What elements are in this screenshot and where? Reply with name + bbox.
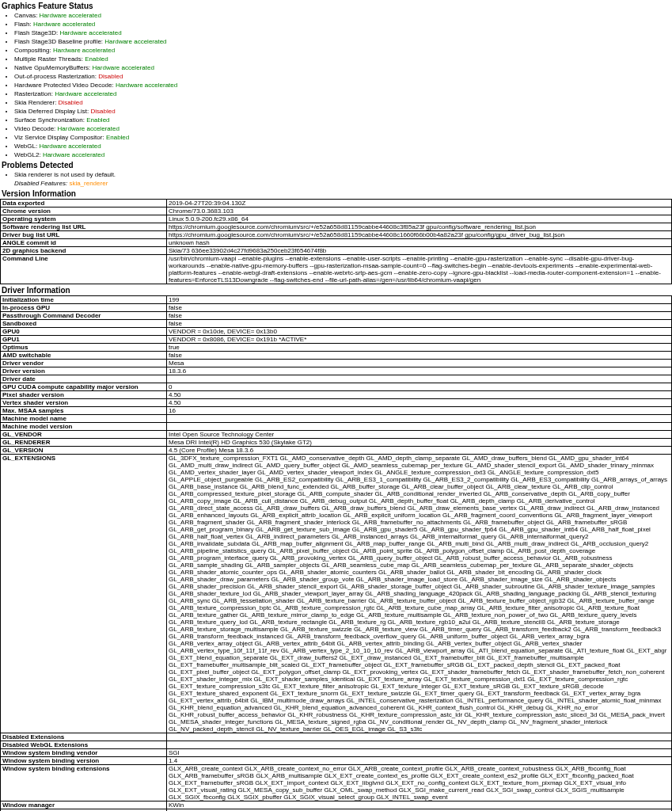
feature-item: Viz Service Display Compositor: Enabled xyxy=(14,133,672,142)
feature-value: Enabled xyxy=(86,116,109,124)
table-row: Driver bug list URLhttps://chromium.goog… xyxy=(1,231,672,239)
feature-value: Hardware accelerated xyxy=(59,29,121,36)
row-value xyxy=(167,741,672,749)
problem-note-value: skia_renderer xyxy=(69,180,108,187)
table-row: AMD switchablefalse xyxy=(1,352,672,360)
table-row: Driver date xyxy=(1,375,672,383)
section-problems-detected: Problems Detected xyxy=(2,161,672,169)
row-key: Window manager xyxy=(1,801,167,809)
table-row: Chrome versionChrome/73.0.3683.103 xyxy=(1,208,672,215)
row-value: 4.5 (Core Profile) Mesa 18.3.6 xyxy=(167,447,672,455)
row-key: Initialization time xyxy=(1,296,167,304)
row-key: Data exported xyxy=(1,200,167,208)
row-value: true xyxy=(167,344,672,352)
feature-item: Video Decode: Hardware accelerated xyxy=(14,124,672,133)
feature-label: Multiple Raster Threads: xyxy=(14,55,85,63)
row-key: GL_RENDERER xyxy=(1,439,167,447)
feature-label: Compositing: xyxy=(14,47,53,54)
row-value: 4.50 xyxy=(167,391,672,399)
row-value: 16 xyxy=(167,407,672,415)
feature-label: Skia Renderer: xyxy=(14,99,59,106)
feature-value: Hardware accelerated xyxy=(53,47,115,54)
feature-value: Disabled xyxy=(98,73,123,80)
row-value: false xyxy=(167,304,672,312)
table-row: Machine model name xyxy=(1,415,672,423)
feature-label: WebGL2: xyxy=(14,151,43,158)
table-row: Driver vendorMesa xyxy=(1,360,672,367)
section-graphics-feature-status: Graphics Feature Status xyxy=(2,2,672,10)
row-key: Vertex shader version xyxy=(1,399,167,407)
table-row: Window system binding extensionsGLX_ARB_… xyxy=(1,765,672,801)
feature-label: Out-of-process Rasterization: xyxy=(14,73,98,80)
row-value: https://chromium.googlesource.com/chromi… xyxy=(167,231,672,239)
row-value xyxy=(167,375,672,383)
row-value: 1.4 xyxy=(167,757,672,765)
row-key: GL_EXTENSIONS xyxy=(1,455,167,733)
row-key: Pixel shader version xyxy=(1,391,167,399)
table-row: ANGLE commit idunknown hash xyxy=(1,239,672,247)
table-row: GL_VERSION4.5 (Core Profile) Mesa 18.3.6 xyxy=(1,447,672,455)
section-version-information: Version Information xyxy=(2,189,672,198)
feature-value: Hardware accelerated xyxy=(39,143,101,150)
row-key: Optimus xyxy=(1,344,167,352)
table-row: Disabled Extensions xyxy=(1,733,672,741)
row-key: Sandboxed xyxy=(1,320,167,328)
feature-value: Disabled xyxy=(90,108,115,115)
table-row: Initialization time199 xyxy=(1,296,672,304)
feature-label: Flash Stage3D Baseline profile: xyxy=(14,38,104,45)
table-row: GL_VENDORIntel Open Source Technology Ce… xyxy=(1,431,672,439)
table-row: Command Line/usr/bin/chromium-vaapi --en… xyxy=(1,255,672,284)
row-value xyxy=(167,733,672,741)
feature-label: Rasterization: xyxy=(14,90,55,97)
row-value: false xyxy=(167,312,672,320)
row-value: 0 xyxy=(167,383,672,391)
feature-label: Flash Stage3D: xyxy=(14,29,59,36)
row-value: unknown hash xyxy=(167,239,672,247)
feature-item: Out-of-process Rasterization: Disabled xyxy=(14,72,672,81)
problem-item: Skia renderer is not used by default.Dis… xyxy=(14,170,672,188)
table-row: Passthrough Command Decoderfalse xyxy=(1,312,672,320)
feature-item: Compositing: Hardware accelerated xyxy=(14,46,672,55)
row-key: Driver vendor xyxy=(1,360,167,367)
feature-item: Flash: Hardware accelerated xyxy=(14,20,672,29)
row-value: GLX_ARB_create_context GLX_ARB_create_co… xyxy=(167,765,672,801)
row-value xyxy=(167,423,672,431)
feature-value: Hardware accelerated xyxy=(43,151,104,158)
row-value: GL_3DFX_texture_compression_FXT1 GL_AMD_… xyxy=(167,455,672,733)
row-value: KWin xyxy=(167,801,672,809)
row-value: Mesa DRI Intel(R) HD Graphics 530 (Skyla… xyxy=(167,439,672,447)
feature-item: Flash Stage3D: Hardware accelerated xyxy=(14,29,672,37)
feature-item: Rasterization: Hardware accelerated xyxy=(14,89,672,98)
table-row: Window system binding version1.4 xyxy=(1,757,672,765)
table-row: Sandboxedfalse xyxy=(1,320,672,328)
row-value: 18.3.6 xyxy=(167,367,672,375)
table-row: GPU0VENDOR = 0x10de, DEVICE= 0x13b0 xyxy=(1,328,672,336)
feature-item: Hardware Protected Video Decode: Hardwar… xyxy=(14,81,672,89)
row-key: Chrome version xyxy=(1,208,167,215)
feature-item: Native GpuMemoryBuffers: Hardware accele… xyxy=(14,63,672,72)
feature-value: Hardware accelerated xyxy=(33,21,95,28)
row-key: ANGLE commit id xyxy=(1,239,167,247)
table-row: In-process GPUfalse xyxy=(1,304,672,312)
row-key: Window system binding vendor xyxy=(1,749,167,757)
row-key: GPU0 xyxy=(1,328,167,336)
row-key: 2D graphics backend xyxy=(1,247,167,255)
row-value: Intel Open Source Technology Center xyxy=(167,431,672,439)
feature-value: Enabled xyxy=(85,55,108,63)
row-key: Disabled WebGL Extensions xyxy=(1,741,167,749)
row-key: Command Line xyxy=(1,255,167,284)
row-key: Disabled Extensions xyxy=(1,733,167,741)
row-value: Linux 5.0.9-200.fc29.x86_64 xyxy=(167,215,672,223)
table-row: GPU1VENDOR = 0x8086, DEVICE= 0x191b *ACT… xyxy=(1,336,672,344)
feature-item: Skia Renderer: Disabled xyxy=(14,98,672,107)
feature-label: Flash: xyxy=(14,21,33,28)
row-key: AMD switchable xyxy=(1,352,167,360)
row-value: false xyxy=(167,352,672,360)
row-key: GL_VERSION xyxy=(1,447,167,455)
table-row: Disabled WebGL Extensions xyxy=(1,741,672,749)
row-value: SGI xyxy=(167,749,672,757)
row-key: GPU1 xyxy=(1,336,167,344)
row-key: Window system binding extensions xyxy=(1,765,167,801)
feature-label: Viz Service Display Compositor: xyxy=(14,134,106,141)
row-key: GL_VENDOR xyxy=(1,431,167,439)
